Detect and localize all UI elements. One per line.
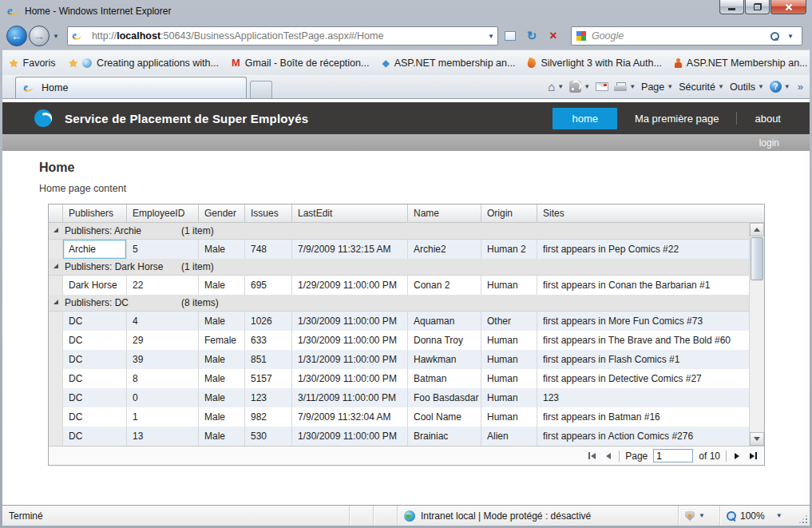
grid-cell[interactable]: first appears in More Fun Comics #73 — [537, 312, 749, 331]
grid-cell[interactable]: Human — [481, 276, 537, 295]
refresh-button[interactable]: ↻ — [522, 26, 541, 46]
grid-cell[interactable]: Conan 2 — [408, 276, 481, 295]
grid-cell[interactable]: DC — [63, 388, 127, 407]
grid-cell[interactable]: Other — [481, 312, 537, 331]
grid-cell[interactable]: first appears in Batman #16 — [537, 407, 749, 427]
vertical-scrollbar[interactable] — [749, 223, 764, 446]
grid-cell[interactable]: DC — [63, 407, 127, 427]
grid-cell[interactable]: Archie2 — [408, 240, 481, 259]
table-row[interactable]: DC1Male9827/9/2009 11:32:04 AMCool NameH… — [49, 407, 749, 427]
nav-item-about[interactable]: about — [748, 113, 787, 125]
grid-cell[interactable]: DC — [63, 369, 127, 388]
grid-cell[interactable]: 8 — [127, 369, 199, 388]
grid-cell[interactable]: 0 — [127, 388, 199, 407]
grid-cell[interactable]: Human — [481, 350, 537, 369]
group-expander-icon[interactable] — [53, 264, 58, 268]
add-favorite-icon[interactable]: ★ — [69, 57, 79, 69]
help-menu[interactable]: ?▼ — [770, 81, 790, 93]
zoom-control[interactable]: 100% ▼ — [720, 506, 810, 526]
nav-item-home[interactable]: home — [553, 108, 617, 129]
grid-cell[interactable]: 7/9/2009 11:32:04 AM — [292, 407, 408, 427]
grid-cell[interactable]: Hawkman — [408, 350, 481, 369]
grid-cell[interactable]: Male — [199, 276, 245, 295]
table-row[interactable]: DC29Female6331/30/2009 11:00:00 PMDonna … — [49, 331, 749, 350]
new-tab-button[interactable] — [250, 81, 272, 98]
column-header-origin[interactable]: Origin — [481, 204, 537, 222]
grid-cell[interactable]: Foo Basdasdar — [408, 388, 481, 407]
next-page-button[interactable] — [732, 453, 742, 459]
grid-cell[interactable]: 5 — [127, 240, 199, 259]
grid-cell[interactable]: Human — [481, 331, 537, 350]
grid-cell[interactable]: Human 2 — [481, 240, 537, 259]
grid-cell[interactable]: Alien — [481, 427, 537, 446]
grid-cell[interactable]: 7/9/2009 11:32:15 AM — [292, 240, 408, 259]
grid-cell[interactable]: 1/29/2009 11:00:00 PM — [292, 276, 408, 295]
grid-cell[interactable]: first appears in The Brave and The Bold … — [537, 331, 749, 350]
favorite-item[interactable]: Creating applications with... — [82, 58, 219, 69]
grid-cell[interactable]: 13 — [127, 427, 199, 446]
favorites-star-icon[interactable]: ★ — [9, 57, 19, 69]
grid-cell[interactable]: 851 — [245, 350, 292, 369]
compatibility-view-button[interactable] — [501, 26, 520, 46]
favorite-item[interactable]: Silverlight 3 with Ria Auth... — [528, 58, 661, 69]
search-box[interactable]: ▼ — [571, 26, 802, 46]
grid-cell[interactable]: 1 — [127, 407, 199, 427]
grid-cell[interactable]: Aquaman — [408, 312, 481, 331]
command-overflow-chevron-icon[interactable]: » — [798, 81, 803, 93]
grid-cell[interactable]: Male — [199, 240, 245, 259]
grid-cell[interactable]: Male — [199, 388, 245, 407]
table-row[interactable]: Dark Horse22Male6951/29/2009 11:00:00 PM… — [49, 276, 749, 295]
address-url[interactable]: http://localhost:50643/BusinessApplicati… — [92, 30, 384, 42]
grid-cell[interactable]: DC — [63, 331, 127, 350]
back-button[interactable]: ← — [6, 26, 27, 46]
grid-cell[interactable]: 29 — [127, 331, 199, 350]
favorites-label[interactable]: Favoris — [23, 58, 56, 69]
address-dropdown-icon[interactable]: ▼ — [488, 33, 494, 40]
nav-item-ma-premiere-page[interactable]: Ma première page — [628, 113, 726, 125]
grid-cell[interactable]: 1/30/2009 11:00:00 PM — [292, 369, 408, 388]
column-header-gender[interactable]: Gender — [199, 204, 245, 222]
restore-button[interactable] — [745, 0, 770, 14]
last-page-button[interactable] — [747, 452, 759, 459]
scroll-up-button[interactable] — [750, 223, 764, 236]
column-header-employeeid[interactable]: EmployeeID — [127, 204, 199, 222]
read-mail-button[interactable] — [596, 82, 608, 91]
group-expander-icon[interactable] — [53, 300, 58, 304]
table-row[interactable]: Archie5Male7487/9/2009 11:32:15 AMArchie… — [49, 240, 749, 259]
dropdown-arrow-icon[interactable]: ▼ — [699, 512, 705, 519]
inprivate-filter-control[interactable]: ▼ — [679, 506, 720, 526]
table-row[interactable]: DC8Male51571/30/2009 11:00:00 PMBatmanHu… — [49, 369, 749, 388]
grid-cell[interactable]: Male — [199, 312, 245, 331]
grid-cell[interactable]: 695 — [245, 276, 292, 295]
scrollbar-track[interactable] — [750, 236, 764, 432]
grid-cell[interactable]: 39 — [127, 350, 199, 369]
grid-cell[interactable]: 1/30/2009 11:00:00 PM — [292, 331, 408, 350]
grid-cell[interactable]: DC — [63, 312, 127, 331]
grid-cell[interactable]: 982 — [245, 407, 292, 427]
grid-cell[interactable]: Male — [199, 407, 245, 427]
table-row[interactable]: DC4Male10261/30/2009 11:00:00 PMAquamanO… — [49, 312, 749, 331]
history-dropdown-icon[interactable]: ▼ — [53, 33, 59, 40]
grid-cell[interactable]: DC — [63, 427, 127, 446]
table-row[interactable]: DC39Male8511/31/2009 11:00:00 PMHawkmanH… — [49, 350, 749, 369]
table-row[interactable]: DC0Male1233/11/2009 11:00:00 PMFoo Basda… — [49, 388, 749, 407]
grid-cell[interactable]: first appears in Detective Comics #27 — [537, 369, 749, 388]
grid-cell[interactable]: 748 — [245, 240, 292, 259]
grid-cell[interactable]: first appears in Conan the Barbarian #1 — [537, 276, 749, 295]
search-icon[interactable] — [770, 32, 779, 41]
grid-cell[interactable]: 633 — [245, 331, 292, 350]
first-page-button[interactable] — [586, 452, 598, 459]
grid-cell[interactable]: 22 — [127, 276, 199, 295]
grid-cell[interactable]: 1/30/2009 11:00:00 PM — [292, 427, 408, 446]
column-header-name[interactable]: Name — [408, 204, 481, 222]
home-button[interactable]: ⌂▼ — [548, 81, 564, 93]
grid-cell[interactable]: Human — [481, 369, 537, 388]
scrollbar-thumb[interactable] — [751, 237, 763, 280]
grid-cell[interactable]: Batman — [408, 369, 481, 388]
group-expander-icon[interactable] — [53, 228, 58, 232]
grid-cell[interactable]: Human — [481, 388, 537, 407]
grid-cell[interactable]: Archie — [63, 240, 127, 259]
grid-cell[interactable]: Cool Name — [408, 407, 481, 427]
grid-cell[interactable]: Male — [199, 427, 245, 446]
grid-cell[interactable]: first appears in Flash Comics #1 — [537, 350, 749, 369]
